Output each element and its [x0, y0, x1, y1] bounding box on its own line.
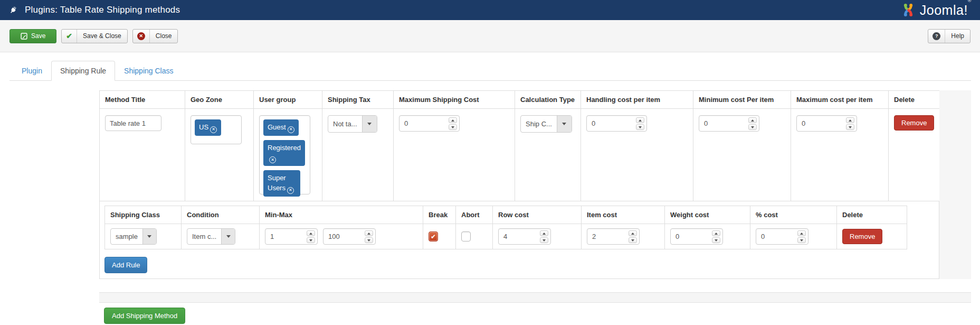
geo-zone-multiselect[interactable]: US✕ — [191, 115, 242, 144]
save-pencil-icon — [21, 30, 31, 43]
shipping-methods-table: Method Title Geo Zone User group Shippin… — [99, 90, 940, 201]
percent-cost-input[interactable]: 0 — [756, 228, 808, 245]
spinner-down-button[interactable] — [449, 124, 457, 130]
add-shipping-method-button[interactable]: Add Shipping Method — [104, 308, 185, 324]
spinner-down-button[interactable] — [629, 237, 637, 243]
spinner-up-button[interactable] — [629, 230, 637, 236]
registered-mark: ® — [968, 0, 972, 3]
col-delete: Delete — [889, 91, 940, 109]
methods-header-row: Method Title Geo Zone User group Shippin… — [100, 91, 940, 109]
method-row: Table rate 1 US✕ Guest✕ Registered✕ Supe… — [100, 109, 940, 201]
empty-method-stripe — [99, 292, 971, 303]
page-title: Plugins: Table Rate Shipping methods — [25, 5, 180, 15]
user-group-tag-super-users: Super Users✕ — [263, 170, 300, 197]
method-title-input[interactable]: Table rate 1 — [105, 115, 161, 131]
user-group-multiselect[interactable]: Guest✕ Registered✕ Super Users✕ — [259, 115, 310, 194]
col-geo-zone: Geo Zone — [185, 91, 254, 109]
save-and-close-button[interactable]: ✔ Save & Close — [61, 29, 127, 43]
col-shipping-tax: Shipping Tax — [322, 91, 394, 109]
tag-remove-icon[interactable]: ✕ — [288, 126, 294, 133]
table-right-gutter — [939, 90, 971, 279]
check-icon: ✔ — [62, 30, 77, 43]
spinner-down-button[interactable] — [636, 124, 644, 130]
close-circle-icon: ✕ — [133, 30, 150, 43]
col-max-shipping-cost: Maximum Shipping Cost — [394, 91, 515, 109]
add-rule-button[interactable]: Add Rule — [104, 257, 147, 273]
spinner-down-button[interactable] — [365, 237, 373, 243]
tab-shipping-class[interactable]: Shipping Class — [115, 61, 182, 81]
spinner-down-button[interactable] — [712, 237, 720, 243]
tag-remove-icon[interactable]: ✕ — [287, 187, 294, 194]
spinner-up-button[interactable] — [307, 230, 315, 236]
col-rule-delete: Delete — [837, 206, 907, 224]
chevron-down-icon — [143, 229, 156, 244]
geo-zone-tag-us: US✕ — [195, 119, 221, 136]
maximum-cost-input[interactable]: 0 — [796, 115, 857, 132]
col-item-cost: Item cost — [582, 206, 665, 224]
col-min-max: Min-Max — [260, 206, 423, 224]
footer-row: Add Shipping Method — [99, 303, 971, 325]
col-condition: Condition — [182, 206, 260, 224]
close-button[interactable]: ✕ Close — [132, 29, 178, 43]
spinner-up-button[interactable] — [712, 230, 720, 236]
chevron-down-icon — [363, 116, 377, 132]
spinner-down-button[interactable] — [748, 124, 757, 130]
spinner-up-button[interactable] — [846, 117, 854, 123]
col-method-title: Method Title — [100, 91, 185, 109]
tag-remove-icon[interactable]: ✕ — [210, 126, 217, 133]
item-cost-input[interactable]: 2 — [587, 228, 640, 245]
min-input[interactable]: 1 — [265, 228, 318, 245]
shipping-class-select[interactable]: sample — [110, 228, 157, 245]
tab-shipping-rule[interactable]: Shipping Rule — [51, 61, 115, 81]
remove-rule-button[interactable]: Remove — [842, 229, 882, 244]
handling-cost-input[interactable]: 0 — [586, 115, 647, 132]
save-button[interactable]: Save — [9, 29, 56, 43]
spinner-down-button[interactable] — [797, 237, 806, 243]
toolbar: Save ✔ Save & Close ✕ Close ? Help — [0, 20, 980, 52]
tag-remove-icon[interactable]: ✕ — [269, 156, 276, 163]
plugin-plug-icon — [8, 5, 18, 15]
condition-select[interactable]: Item c... — [187, 228, 235, 245]
shipping-rule-panel: Method Title Geo Zone User group Shippin… — [99, 90, 971, 325]
spinner-down-button[interactable] — [307, 237, 315, 243]
calculation-type-select[interactable]: Ship C... — [520, 115, 572, 133]
col-weight-cost: Weight cost — [665, 206, 750, 224]
col-user-group: User group — [254, 91, 322, 109]
remove-method-button[interactable]: Remove — [894, 115, 934, 131]
spinner-up-button[interactable] — [797, 230, 806, 236]
spinner-up-button[interactable] — [449, 117, 457, 123]
spinner-up-button[interactable] — [636, 117, 644, 123]
help-button[interactable]: ? Help — [928, 29, 971, 43]
rules-header-row: Shipping Class Condition Min-Max Break A… — [105, 206, 907, 224]
abort-checkbox[interactable]: ✔ — [461, 231, 471, 242]
tab-plugin[interactable]: Plugin — [13, 61, 51, 81]
spinner-up-button[interactable] — [748, 117, 757, 123]
col-shipping-class: Shipping Class — [105, 206, 182, 224]
help-icon: ? — [928, 30, 945, 43]
col-calculation-type: Calculation Type — [515, 91, 581, 109]
weight-cost-input[interactable]: 0 — [670, 228, 723, 245]
col-abort: Abort — [456, 206, 493, 224]
break-checkbox[interactable]: ✔ — [429, 231, 438, 242]
tab-bar: Plugin Shipping Rule Shipping Class — [9, 61, 971, 81]
shipping-rules-table: Shipping Class Condition Min-Max Break A… — [104, 206, 907, 249]
max-shipping-cost-input[interactable]: 0 — [399, 115, 460, 132]
max-input[interactable]: 100 — [323, 228, 376, 245]
col-max-cost: Maximum cost per item — [791, 91, 889, 109]
chevron-down-icon — [557, 116, 572, 132]
joomla-logo: Joomla!® — [900, 2, 972, 18]
top-header-bar: Plugins: Table Rate Shipping methods Joo… — [0, 0, 980, 20]
joomla-logo-icon — [900, 2, 916, 18]
spinner-down-button[interactable] — [846, 124, 854, 130]
user-group-tag-guest: Guest✕ — [263, 119, 299, 136]
joomla-logo-text: Joomla!® — [920, 3, 972, 18]
col-break: Break — [423, 206, 456, 224]
col-handling-cost: Handling cost per item — [581, 91, 693, 109]
spinner-down-button[interactable] — [540, 237, 548, 243]
spinner-up-button[interactable] — [365, 230, 373, 236]
spinner-up-button[interactable] — [540, 230, 548, 236]
row-cost-input[interactable]: 4 — [498, 228, 551, 245]
minimum-cost-input[interactable]: 0 — [699, 115, 759, 132]
col-row-cost: Row cost — [493, 206, 582, 224]
shipping-tax-select[interactable]: Not ta... — [328, 115, 377, 133]
